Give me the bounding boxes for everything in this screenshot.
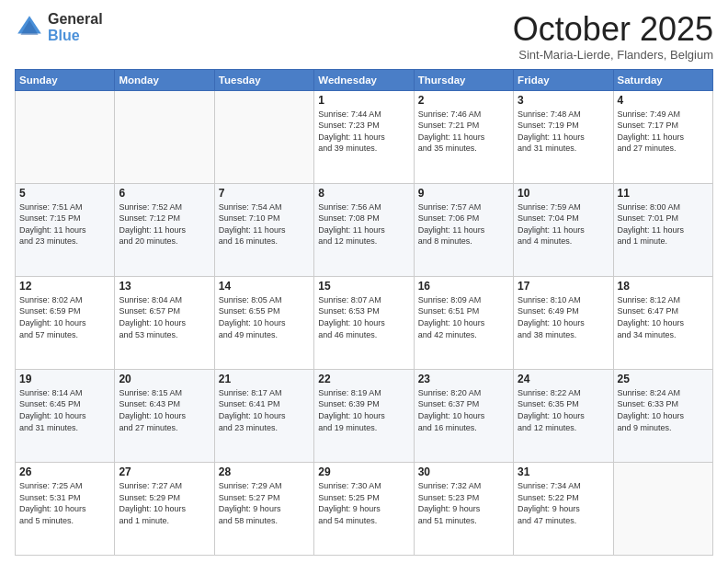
calendar-cell: [115, 90, 214, 183]
calendar-cell: 7Sunrise: 7:54 AM Sunset: 7:10 PM Daylig…: [214, 183, 313, 276]
calendar-cell: 24Sunrise: 8:22 AM Sunset: 6:35 PM Dayli…: [514, 369, 613, 462]
day-info: Sunrise: 7:25 AM Sunset: 5:31 PM Dayligh…: [19, 480, 110, 526]
day-number: 19: [19, 373, 110, 385]
day-info: Sunrise: 7:51 AM Sunset: 7:15 PM Dayligh…: [19, 201, 110, 247]
calendar-cell: 29Sunrise: 7:30 AM Sunset: 5:25 PM Dayli…: [314, 462, 414, 555]
month-title: October 2025: [513, 11, 713, 48]
day-number: 9: [418, 187, 509, 200]
weekday-header-tuesday: Tuesday: [214, 69, 313, 90]
day-info: Sunrise: 7:56 AM Sunset: 7:08 PM Dayligh…: [318, 201, 409, 247]
day-info: Sunrise: 7:32 AM Sunset: 5:23 PM Dayligh…: [418, 480, 509, 526]
calendar-cell: 6Sunrise: 7:52 AM Sunset: 7:12 PM Daylig…: [115, 183, 214, 276]
calendar-cell: 21Sunrise: 8:17 AM Sunset: 6:41 PM Dayli…: [214, 369, 313, 462]
day-number: 23: [418, 373, 509, 385]
weekday-header-friday: Friday: [514, 69, 613, 90]
day-number: 25: [618, 373, 709, 385]
header: General Blue October 2025 Sint-Maria-Lie…: [15, 11, 713, 62]
day-number: 12: [19, 280, 110, 293]
day-number: 8: [318, 187, 409, 200]
calendar-cell: 15Sunrise: 8:07 AM Sunset: 6:53 PM Dayli…: [314, 276, 414, 369]
title-block: October 2025 Sint-Maria-Lierde, Flanders…: [513, 11, 713, 62]
calendar-cell: [16, 90, 115, 183]
day-number: 29: [318, 465, 409, 478]
day-number: 13: [119, 280, 210, 293]
calendar-cell: 31Sunrise: 7:34 AM Sunset: 5:22 PM Dayli…: [514, 462, 613, 555]
page: General Blue October 2025 Sint-Maria-Lie…: [0, 0, 728, 563]
day-info: Sunrise: 8:14 AM Sunset: 6:45 PM Dayligh…: [19, 387, 110, 433]
day-info: Sunrise: 7:27 AM Sunset: 5:29 PM Dayligh…: [119, 480, 210, 526]
day-number: 3: [518, 94, 609, 107]
day-info: Sunrise: 7:46 AM Sunset: 7:21 PM Dayligh…: [418, 109, 509, 155]
calendar-cell: 19Sunrise: 8:14 AM Sunset: 6:45 PM Dayli…: [16, 369, 115, 462]
calendar-cell: 27Sunrise: 7:27 AM Sunset: 5:29 PM Dayli…: [115, 462, 214, 555]
day-info: Sunrise: 7:59 AM Sunset: 7:04 PM Dayligh…: [518, 201, 609, 247]
calendar-cell: [214, 90, 313, 183]
calendar-cell: 14Sunrise: 8:05 AM Sunset: 6:55 PM Dayli…: [214, 276, 313, 369]
day-info: Sunrise: 8:15 AM Sunset: 6:43 PM Dayligh…: [119, 387, 210, 433]
day-info: Sunrise: 7:57 AM Sunset: 7:06 PM Dayligh…: [418, 201, 509, 247]
day-number: 21: [219, 373, 310, 385]
day-info: Sunrise: 8:19 AM Sunset: 6:39 PM Dayligh…: [318, 387, 409, 433]
day-info: Sunrise: 8:02 AM Sunset: 6:59 PM Dayligh…: [19, 294, 110, 340]
day-number: 18: [618, 280, 709, 293]
day-info: Sunrise: 7:49 AM Sunset: 7:17 PM Dayligh…: [618, 109, 709, 155]
day-number: 5: [19, 187, 110, 200]
calendar-cell: 23Sunrise: 8:20 AM Sunset: 6:37 PM Dayli…: [414, 369, 513, 462]
weekday-header-sunday: Sunday: [16, 69, 115, 90]
day-number: 22: [318, 373, 409, 385]
day-info: Sunrise: 8:09 AM Sunset: 6:51 PM Dayligh…: [418, 294, 509, 340]
day-number: 28: [219, 465, 310, 478]
calendar-cell: 11Sunrise: 8:00 AM Sunset: 7:01 PM Dayli…: [613, 183, 712, 276]
calendar-cell: 28Sunrise: 7:29 AM Sunset: 5:27 PM Dayli…: [214, 462, 313, 555]
weekday-header-wednesday: Wednesday: [314, 69, 414, 90]
logo-text: General Blue: [48, 11, 103, 43]
day-info: Sunrise: 8:04 AM Sunset: 6:57 PM Dayligh…: [119, 294, 210, 340]
day-info: Sunrise: 7:34 AM Sunset: 5:22 PM Dayligh…: [518, 480, 609, 526]
day-number: 10: [518, 187, 609, 200]
day-number: 31: [518, 465, 609, 478]
day-number: 6: [119, 187, 210, 200]
day-number: 2: [418, 94, 509, 107]
calendar-cell: 5Sunrise: 7:51 AM Sunset: 7:15 PM Daylig…: [16, 183, 115, 276]
day-number: 14: [219, 280, 310, 293]
calendar-week-row: 12Sunrise: 8:02 AM Sunset: 6:59 PM Dayli…: [16, 276, 713, 369]
day-number: 11: [618, 187, 709, 200]
day-info: Sunrise: 7:54 AM Sunset: 7:10 PM Dayligh…: [219, 201, 310, 247]
day-info: Sunrise: 8:00 AM Sunset: 7:01 PM Dayligh…: [618, 201, 709, 247]
day-info: Sunrise: 8:10 AM Sunset: 6:49 PM Dayligh…: [518, 294, 609, 340]
day-number: 16: [418, 280, 509, 293]
day-info: Sunrise: 7:29 AM Sunset: 5:27 PM Dayligh…: [219, 480, 310, 526]
location-label: Sint-Maria-Lierde, Flanders, Belgium: [513, 48, 713, 62]
day-number: 1: [318, 94, 409, 107]
calendar-cell: 8Sunrise: 7:56 AM Sunset: 7:08 PM Daylig…: [314, 183, 414, 276]
day-number: 26: [19, 465, 110, 478]
calendar-table: SundayMondayTuesdayWednesdayThursdayFrid…: [15, 69, 713, 556]
weekday-header-row: SundayMondayTuesdayWednesdayThursdayFrid…: [16, 69, 713, 90]
day-info: Sunrise: 8:12 AM Sunset: 6:47 PM Dayligh…: [618, 294, 709, 340]
day-info: Sunrise: 8:05 AM Sunset: 6:55 PM Dayligh…: [219, 294, 310, 340]
logo-blue-label: Blue: [48, 28, 103, 44]
calendar-cell: 26Sunrise: 7:25 AM Sunset: 5:31 PM Dayli…: [16, 462, 115, 555]
calendar-cell: 2Sunrise: 7:46 AM Sunset: 7:21 PM Daylig…: [414, 90, 513, 183]
day-number: 7: [219, 187, 310, 200]
calendar-cell: [613, 462, 712, 555]
calendar-cell: 20Sunrise: 8:15 AM Sunset: 6:43 PM Dayli…: [115, 369, 214, 462]
calendar-cell: 4Sunrise: 7:49 AM Sunset: 7:17 PM Daylig…: [613, 90, 712, 183]
weekday-header-saturday: Saturday: [613, 69, 712, 90]
calendar-week-row: 5Sunrise: 7:51 AM Sunset: 7:15 PM Daylig…: [16, 183, 713, 276]
calendar-week-row: 26Sunrise: 7:25 AM Sunset: 5:31 PM Dayli…: [16, 462, 713, 555]
day-number: 30: [418, 465, 509, 478]
day-number: 27: [119, 465, 210, 478]
day-info: Sunrise: 7:44 AM Sunset: 7:23 PM Dayligh…: [318, 109, 409, 155]
day-info: Sunrise: 7:48 AM Sunset: 7:19 PM Dayligh…: [518, 109, 609, 155]
calendar-cell: 16Sunrise: 8:09 AM Sunset: 6:51 PM Dayli…: [414, 276, 513, 369]
calendar-cell: 13Sunrise: 8:04 AM Sunset: 6:57 PM Dayli…: [115, 276, 214, 369]
logo-icon: [15, 13, 44, 42]
calendar-week-row: 1Sunrise: 7:44 AM Sunset: 7:23 PM Daylig…: [16, 90, 713, 183]
day-number: 15: [318, 280, 409, 293]
calendar-cell: 9Sunrise: 7:57 AM Sunset: 7:06 PM Daylig…: [414, 183, 513, 276]
logo-general-label: General: [48, 11, 103, 28]
day-number: 20: [119, 373, 210, 385]
day-info: Sunrise: 8:17 AM Sunset: 6:41 PM Dayligh…: [219, 387, 310, 433]
logo: General Blue: [15, 11, 103, 43]
